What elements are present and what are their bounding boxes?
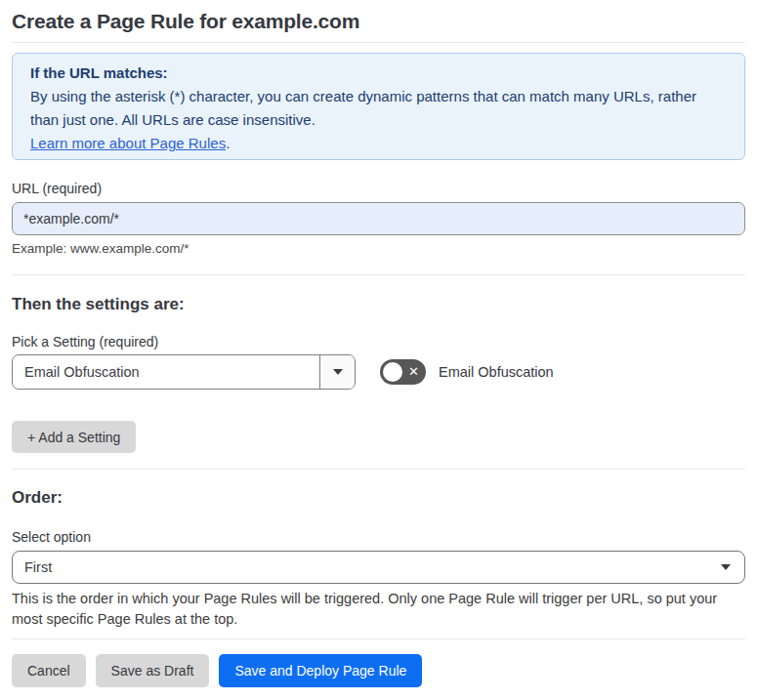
setting-select-value: Email Obfuscation	[13, 355, 319, 389]
info-box-body: By using the asterisk (*) character, you…	[30, 85, 727, 132]
toggle-wrap: ✕ Email Obfuscation	[380, 359, 554, 385]
order-section-heading: Order:	[12, 488, 745, 508]
page-title: Create a Page Rule for example.com	[12, 9, 745, 34]
info-box-link-line: Learn more about Page Rules.	[30, 132, 727, 155]
order-select[interactable]: First	[12, 551, 745, 584]
chevron-down-icon	[721, 564, 731, 570]
setting-select-label: Pick a Setting (required)	[12, 334, 745, 350]
cancel-button[interactable]: Cancel	[12, 654, 86, 687]
divider	[12, 638, 745, 639]
order-helper-text: This is the order in which your Page Rul…	[12, 589, 739, 629]
footer-actions: Cancel Save as Draft Save and Deploy Pag…	[12, 654, 745, 687]
select-caret-segment[interactable]	[319, 355, 355, 389]
url-field-label: URL (required)	[12, 181, 745, 196]
order-select-label: Select option	[12, 529, 745, 545]
add-setting-button[interactable]: + Add a Setting	[12, 421, 136, 453]
email-obfuscation-toggle[interactable]: ✕	[380, 359, 426, 385]
settings-section-heading: Then the settings are:	[12, 295, 745, 314]
link-suffix: .	[226, 135, 230, 151]
chevron-down-icon	[333, 369, 343, 375]
toggle-label: Email Obfuscation	[439, 364, 554, 380]
learn-more-link[interactable]: Learn more about Page Rules	[30, 135, 226, 151]
setting-select[interactable]: Email Obfuscation	[12, 354, 356, 390]
divider	[12, 469, 745, 470]
url-matches-info-box: If the URL matches: By using the asteris…	[12, 53, 745, 160]
divider	[12, 274, 745, 275]
setting-row: Email Obfuscation ✕ Email Obfuscation	[12, 354, 745, 390]
save-as-draft-button[interactable]: Save as Draft	[96, 654, 210, 687]
toggle-knob	[383, 362, 402, 382]
divider	[12, 42, 745, 43]
save-and-deploy-button[interactable]: Save and Deploy Page Rule	[219, 654, 422, 687]
order-select-value: First	[24, 559, 52, 575]
x-icon: ✕	[408, 365, 419, 378]
url-input[interactable]	[12, 202, 745, 235]
create-page-rule-form: Create a Page Rule for example.com If th…	[0, 9, 757, 700]
url-field-helper: Example: www.example.com/*	[12, 241, 745, 257]
info-box-heading: If the URL matches:	[30, 62, 727, 85]
